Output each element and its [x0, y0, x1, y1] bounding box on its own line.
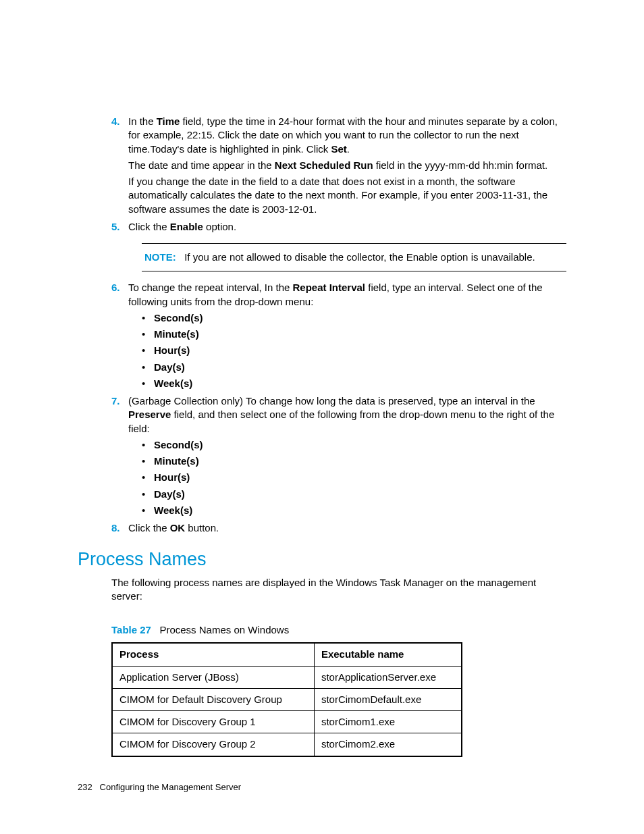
note-box: NOTE: If you are not allowed to disable … — [142, 243, 566, 271]
step-5: 5. Click the Enable option. NOTE: If you… — [111, 220, 566, 272]
step-number: 7. — [111, 394, 120, 408]
bullet-item: Week(s) — [142, 377, 566, 390]
bullet-item: Minute(s) — [142, 454, 566, 468]
step-para: The date and time appear in the Next Sch… — [128, 159, 566, 172]
section-heading: Process Names — [78, 547, 566, 571]
bullet-list: Second(s) Minute(s) Hour(s) Day(s) Week(… — [142, 438, 566, 517]
step-number: 8. — [111, 521, 120, 535]
step-text: In the Time field, type the time in 24-h… — [128, 115, 558, 155]
step-text: To change the repeat interval, In the Re… — [128, 282, 543, 307]
steps-list: 4. In the Time field, type the time in 2… — [111, 115, 566, 535]
step-6: 6. To change the repeat interval, In the… — [111, 281, 566, 390]
table-header: Executable name — [314, 643, 462, 666]
page-content: 4. In the Time field, type the time in 2… — [0, 0, 644, 833]
step-number: 6. — [111, 281, 120, 294]
table-cell: CIMOM for Default Discovery Group — [112, 688, 314, 710]
table-cell: storCimomDefault.exe — [314, 688, 462, 710]
table-cell: storCimom1.exe — [314, 711, 462, 733]
bullet-item: Minute(s) — [142, 328, 566, 341]
table-label: Table 27 — [111, 624, 151, 635]
table-caption-text: Process Names on Windows — [159, 624, 289, 635]
bullet-item: Hour(s) — [142, 344, 566, 357]
step-text: Click the Enable option. — [128, 221, 236, 232]
table-row: CIMOM for Discovery Group 2 storCimom2.e… — [112, 733, 462, 756]
section-intro: The following process names are displaye… — [111, 576, 566, 604]
step-text: Click the OK button. — [128, 522, 219, 533]
bullet-item: Second(s) — [142, 311, 566, 325]
table-cell: storCimom2.exe — [314, 733, 462, 756]
table-header: Process — [112, 643, 314, 666]
table-row: CIMOM for Discovery Group 1 storCimom1.e… — [112, 711, 462, 733]
step-para: If you change the date in the field to a… — [128, 175, 566, 216]
step-number: 5. — [111, 220, 120, 234]
bullet-item: Second(s) — [142, 438, 566, 452]
table-header-row: Process Executable name — [112, 643, 462, 666]
table-caption: Table 27 Process Names on Windows — [111, 623, 566, 637]
step-text: (Garbage Collection only) To change how … — [128, 395, 554, 434]
step-8: 8. Click the OK button. — [111, 521, 566, 535]
table-row: Application Server (JBoss) storApplicati… — [112, 666, 462, 688]
page-footer: 232 Configuring the Management Server — [78, 781, 566, 793]
process-table: Process Executable name Application Serv… — [111, 642, 462, 756]
bullet-item: Week(s) — [142, 504, 566, 517]
note-text: If you are not allowed to disable the co… — [184, 251, 535, 263]
bullet-item: Day(s) — [142, 361, 566, 374]
step-4: 4. In the Time field, type the time in 2… — [111, 115, 566, 216]
page-number: 232 — [78, 782, 92, 792]
bullet-list: Second(s) Minute(s) Hour(s) Day(s) Week(… — [142, 311, 566, 390]
note-label: NOTE: — [144, 251, 176, 263]
table-row: CIMOM for Default Discovery Group storCi… — [112, 688, 462, 710]
bullet-item: Day(s) — [142, 488, 566, 501]
table-cell: CIMOM for Discovery Group 2 — [112, 733, 314, 756]
table-cell: Application Server (JBoss) — [112, 666, 314, 688]
step-number: 4. — [111, 115, 120, 128]
bullet-item: Hour(s) — [142, 471, 566, 484]
footer-title: Configuring the Management Server — [100, 782, 242, 792]
step-7: 7. (Garbage Collection only) To change h… — [111, 394, 566, 517]
table-cell: storApplicationServer.exe — [314, 666, 462, 688]
table-cell: CIMOM for Discovery Group 1 — [112, 711, 314, 733]
